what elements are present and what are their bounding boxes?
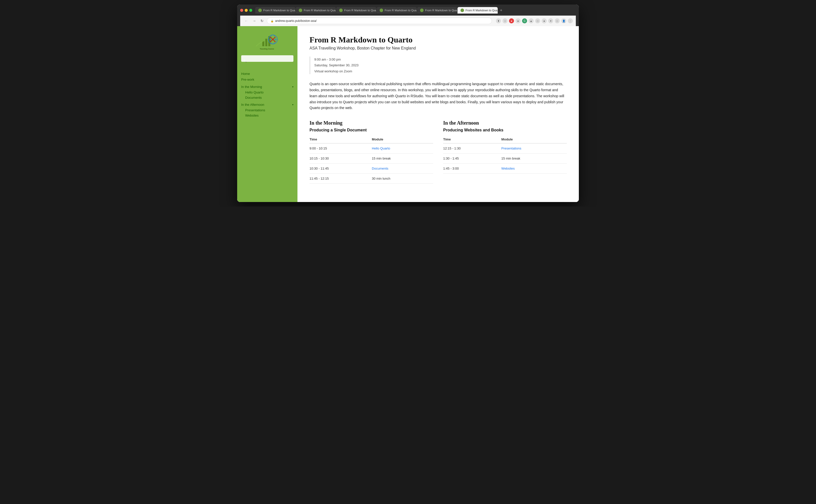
afternoon-section-title: In the Afternoon <box>443 120 567 126</box>
menu-icon[interactable]: ⋮ <box>568 18 573 23</box>
extension-icon-5[interactable]: □ <box>535 18 540 23</box>
forward-button[interactable]: → <box>251 18 257 23</box>
afternoon-col-module: Module <box>501 135 567 143</box>
new-tab-button[interactable]: + <box>498 7 504 14</box>
sidebar-afternoon-label: In the Afternoon <box>241 103 264 107</box>
page-title: From R Markdown to Quarto <box>310 35 567 44</box>
extension-icon-6[interactable]: ● <box>542 18 547 23</box>
browser-tab[interactable]: From R Markdown to Qua... ✕ <box>377 7 417 14</box>
time-cell: 12:15 - 1:30 <box>443 143 501 154</box>
browser-tab[interactable]: From R Markdown to Qua... ✕ <box>336 7 376 14</box>
bookmark-icon[interactable]: ☆ <box>502 18 507 23</box>
share-icon[interactable]: ⬆ <box>496 18 501 23</box>
tab-label: From R Markdown to Qua... <box>344 9 376 12</box>
sidebar-section-morning-header[interactable]: In the Morning ▾ <box>241 84 293 90</box>
address-text: andrew.quarto.pub/boston-asa/ <box>275 19 317 23</box>
sidebar-item-websites[interactable]: Websites <box>245 113 293 118</box>
sidebar-logo: Traveling Course <box>252 31 282 51</box>
afternoon-table: Time Module 12:15 - 1:30 Presentations 1… <box>443 135 567 174</box>
tab-label: From R Markdown to Qua... <box>263 9 295 12</box>
sidebar-item-prework[interactable]: Pre-work <box>241 77 293 82</box>
tab-label: From R Markdown to Qua... <box>304 9 336 12</box>
time-cell: 10:15 - 10:30 <box>310 154 372 164</box>
event-details: 9:00 am - 3:00 pm Saturday, September 30… <box>310 57 567 74</box>
sidebar-morning-label: In the Morning <box>241 85 262 89</box>
morning-col-module: Module <box>372 135 433 143</box>
profile-icon[interactable]: 👤 <box>561 18 566 23</box>
table-row: 9:00 - 10:15 Hello Quarto <box>310 143 433 154</box>
traffic-lights <box>240 9 252 12</box>
back-button[interactable]: ← <box>243 18 249 23</box>
browser-controls: From R Markdown to Qua... ✕ From R Markd… <box>240 7 576 14</box>
close-button[interactable] <box>240 9 243 12</box>
time-cell: 1:45 - 3:00 <box>443 164 501 174</box>
browser-tabs: From R Markdown to Qua... ✕ From R Markd… <box>255 7 576 14</box>
time-cell: 10:30 - 11:45 <box>310 164 372 174</box>
table-row: 12:15 - 1:30 Presentations <box>443 143 567 154</box>
svg-rect-0 <box>262 41 264 46</box>
browser-tab[interactable]: From R Markdown to Qua... ✕ <box>296 7 336 14</box>
sidebar-item-presentations[interactable]: Presentations <box>245 108 293 113</box>
page-subtitle: ASA Travelling Workshop, Boston Chapter … <box>310 46 567 51</box>
module-link[interactable]: Documents <box>372 167 388 170</box>
tab-favicon <box>258 9 262 12</box>
time-cell: 1:30 - 1:45 <box>443 154 501 164</box>
module-link[interactable]: Presentations <box>501 146 522 150</box>
tab-favicon <box>420 9 424 12</box>
extension-icon-8[interactable]: □ <box>555 18 560 23</box>
browser-window: From R Markdown to Qua... ✕ From R Markd… <box>237 5 579 202</box>
browser-tab-active[interactable]: From R Markdown to Qua... ✕ <box>457 7 498 14</box>
extension-icon-4[interactable]: ▲ <box>529 18 534 23</box>
extension-icon-2[interactable]: ● <box>516 18 521 23</box>
reload-button[interactable]: ↻ <box>259 18 265 23</box>
browser-tab[interactable]: From R Markdown to Qua... ✕ <box>417 7 457 14</box>
lock-icon: 🔒 <box>271 20 274 22</box>
extension-icon-7[interactable]: ✦ <box>548 18 553 23</box>
event-time: 9:00 am - 3:00 pm <box>314 57 567 62</box>
tab-favicon <box>339 9 343 12</box>
time-cell: 9:00 - 10:15 <box>310 143 372 154</box>
extension-icon-3[interactable]: G <box>522 18 527 23</box>
event-location: Virtual workshop on Zoom <box>314 68 567 74</box>
svg-text:Traveling Course: Traveling Course <box>260 48 274 50</box>
sidebar-item-hello-quarto[interactable]: Hello Quarto <box>245 90 293 95</box>
table-row: 11:45 - 12:15 30 min lunch <box>310 174 433 184</box>
morning-col-time: Time <box>310 135 372 143</box>
browser-titlebar: From R Markdown to Qua... ✕ From R Markd… <box>237 5 579 26</box>
time-cell: 11:45 - 12:15 <box>310 174 372 184</box>
maximize-button[interactable] <box>249 9 252 12</box>
morning-subsection-title: Producing a Single Document <box>310 128 433 132</box>
search-input[interactable] <box>241 55 293 62</box>
morning-table: Time Module 9:00 - 10:15 Hello Quarto 10… <box>310 135 433 184</box>
tab-favicon <box>299 9 302 12</box>
main-content: From R Markdown to Quarto ASA Travelling… <box>297 26 579 202</box>
sidebar: Traveling Course 🔍 Home Pre-work In the … <box>237 26 297 202</box>
sidebar-item-home[interactable]: Home <box>241 71 293 77</box>
afternoon-subsection-title: Producing Websites and Books <box>443 128 567 132</box>
module-link[interactable]: Hello Quarto <box>372 146 390 150</box>
module-link[interactable]: Websites <box>501 167 515 170</box>
asa-logo-svg: Traveling Course <box>255 32 280 50</box>
afternoon-col-time: Time <box>443 135 501 143</box>
minimize-button[interactable] <box>245 9 248 12</box>
toolbar-icons: ⬆ ☆ ● ● G ▲ □ ● ✦ □ 👤 ⋮ <box>496 18 573 23</box>
tab-favicon <box>380 9 383 12</box>
sidebar-item-documents[interactable]: Documents <box>245 95 293 100</box>
module-cell: 15 min break <box>501 154 567 164</box>
table-row: 10:30 - 11:45 Documents <box>310 164 433 174</box>
browser-addressbar: ← → ↻ 🔒 andrew.quarto.pub/boston-asa/ ⬆ … <box>240 16 576 26</box>
address-bar[interactable]: 🔒 andrew.quarto.pub/boston-asa/ <box>267 18 492 24</box>
sidebar-section-afternoon-header[interactable]: In the Afternoon ▾ <box>241 102 293 108</box>
sidebar-afternoon-children: Presentations Websites <box>241 108 293 118</box>
tab-label: From R Markdown to Qua... <box>425 9 457 12</box>
sidebar-nav: Home Pre-work In the Morning ▾ Hello Qua… <box>241 71 293 118</box>
chevron-down-icon-2: ▾ <box>292 103 293 106</box>
sidebar-section-morning: In the Morning ▾ Hello Quarto Documents <box>241 84 293 100</box>
table-row: 1:45 - 3:00 Websites <box>443 164 567 174</box>
svg-rect-1 <box>265 39 267 46</box>
browser-tab[interactable]: From R Markdown to Qua... ✕ <box>255 7 295 14</box>
sidebar-morning-children: Hello Quarto Documents <box>241 90 293 100</box>
extension-icon-1[interactable]: ● <box>509 18 514 23</box>
search-wrapper: 🔍 <box>241 55 293 66</box>
chevron-down-icon: ▾ <box>292 85 293 88</box>
